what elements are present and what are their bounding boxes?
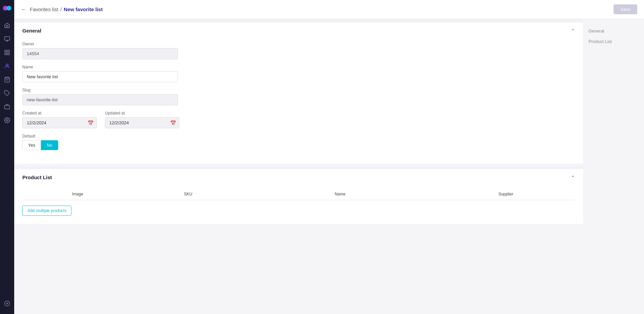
updated-at-wrapper: 📅 bbox=[105, 117, 179, 128]
name-input[interactable] bbox=[22, 71, 178, 82]
add-circle-icon[interactable] bbox=[3, 300, 11, 307]
product-table-header: Image SKU Name Supplier bbox=[22, 188, 575, 200]
content-body: General ⌃ Owner Name bbox=[14, 19, 644, 314]
home-icon[interactable] bbox=[3, 22, 11, 29]
svg-rect-4 bbox=[8, 50, 9, 52]
default-label: Default bbox=[22, 134, 575, 139]
product-table-header-row: Image SKU Name Supplier bbox=[22, 188, 575, 200]
right-panel: General Product List bbox=[583, 19, 644, 314]
grid-icon[interactable] bbox=[3, 49, 11, 56]
right-nav-product-list[interactable]: Product List bbox=[589, 36, 639, 47]
product-list-section-title: Product List bbox=[22, 174, 52, 180]
product-list-section-header[interactable]: Product List ⌃ bbox=[14, 169, 583, 186]
slug-input[interactable] bbox=[22, 94, 178, 105]
user-icon[interactable] bbox=[3, 62, 11, 70]
owner-input[interactable] bbox=[22, 48, 178, 59]
product-list-chevron-icon: ⌃ bbox=[571, 175, 575, 180]
owner-label: Owner bbox=[22, 42, 575, 46]
product-list-section-content: Image SKU Name Supplier Add multiple pro… bbox=[14, 186, 583, 224]
save-button[interactable]: Save bbox=[614, 4, 637, 14]
svg-rect-2 bbox=[5, 37, 10, 40]
product-table: Image SKU Name Supplier bbox=[22, 188, 575, 200]
breadcrumb-current: New favorite list bbox=[64, 6, 103, 12]
general-section-header[interactable]: General ⌃ bbox=[14, 22, 583, 39]
updated-at-label: Updated at bbox=[105, 111, 179, 116]
dates-row: Created at 📅 Updated at 📅 bbox=[22, 111, 575, 128]
created-at-input[interactable] bbox=[22, 117, 97, 128]
created-at-wrapper: 📅 bbox=[22, 117, 97, 128]
logo[interactable] bbox=[2, 3, 12, 14]
breadcrumb-parent[interactable]: Favorites list bbox=[30, 6, 58, 12]
svg-point-11 bbox=[6, 120, 8, 121]
toggle-no-button[interactable]: No bbox=[41, 140, 58, 150]
right-nav-general[interactable]: General bbox=[589, 26, 639, 36]
add-multiple-products-button[interactable]: Add multiple products bbox=[22, 206, 71, 216]
svg-rect-5 bbox=[5, 53, 6, 55]
bag-icon[interactable] bbox=[3, 76, 11, 83]
svg-rect-6 bbox=[8, 53, 9, 55]
tag-icon[interactable] bbox=[3, 89, 11, 97]
svg-point-1 bbox=[6, 6, 11, 11]
col-sku: SKU bbox=[133, 188, 244, 200]
col-supplier: Supplier bbox=[437, 188, 575, 200]
general-chevron-icon: ⌃ bbox=[571, 28, 575, 34]
owner-field-group: Owner bbox=[22, 42, 575, 59]
top-bar: ← Favorites list / New favorite list Sav… bbox=[14, 0, 644, 19]
slug-label: Slug bbox=[22, 88, 575, 92]
created-at-label: Created at bbox=[22, 111, 97, 116]
col-name: Name bbox=[243, 188, 437, 200]
back-button[interactable]: ← bbox=[21, 6, 26, 13]
form-area: General ⌃ Owner Name bbox=[14, 19, 583, 314]
svg-point-7 bbox=[6, 64, 8, 66]
updated-at-calendar-icon[interactable]: 📅 bbox=[170, 120, 176, 126]
created-at-calendar-icon[interactable]: 📅 bbox=[88, 120, 93, 126]
default-toggle-group: Default Yes No bbox=[22, 134, 575, 150]
slug-field-group: Slug bbox=[22, 88, 575, 105]
briefcase-icon[interactable] bbox=[3, 103, 11, 110]
general-section-content: Owner Name Slug bbox=[14, 39, 583, 164]
breadcrumb-separator: / bbox=[60, 6, 62, 12]
updated-at-group: Updated at 📅 bbox=[105, 111, 179, 128]
name-label: Name bbox=[22, 65, 575, 69]
created-at-group: Created at 📅 bbox=[22, 111, 97, 128]
monitor-icon[interactable] bbox=[3, 35, 11, 43]
general-section: General ⌃ Owner Name bbox=[14, 22, 583, 164]
svg-rect-3 bbox=[5, 50, 6, 52]
breadcrumb: ← Favorites list / New favorite list bbox=[21, 6, 103, 13]
toggle-yes-button[interactable]: Yes bbox=[22, 140, 41, 150]
sidebar bbox=[0, 0, 14, 314]
product-list-section: Product List ⌃ Image SKU Name Supplier bbox=[14, 169, 583, 224]
updated-at-input[interactable] bbox=[105, 117, 179, 128]
settings-icon[interactable] bbox=[3, 117, 11, 124]
default-toggle: Yes No bbox=[22, 140, 575, 150]
general-section-title: General bbox=[22, 28, 41, 34]
svg-rect-10 bbox=[5, 105, 10, 109]
main-container: ← Favorites list / New favorite list Sav… bbox=[14, 0, 644, 314]
col-image: Image bbox=[22, 188, 133, 200]
name-field-group: Name bbox=[22, 65, 575, 82]
